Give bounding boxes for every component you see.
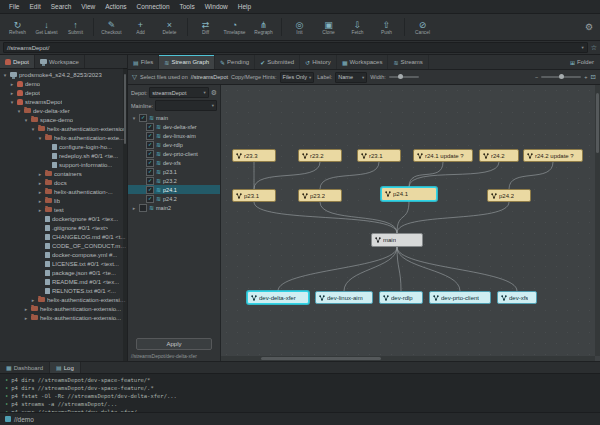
twisty-icon[interactable]: ▾ <box>30 126 36 132</box>
twisty-icon[interactable]: ▾ <box>16 108 22 114</box>
stream-filter-item[interactable]: ✓≋p24.2 <box>128 194 220 203</box>
twisty-icon[interactable]: ▾ <box>131 115 137 121</box>
tab-submitted[interactable]: ✔Submitted <box>255 55 300 69</box>
tree-item[interactable]: dockerignore #0/1 <tex... <box>0 214 127 223</box>
twisty-icon[interactable]: ▾ <box>23 117 29 123</box>
graph-horizontal-scrollbar[interactable] <box>221 356 595 361</box>
tree-item[interactable]: ▸docs <box>0 178 127 187</box>
tree-item[interactable]: ▾helix-authentication-extension <box>0 124 127 133</box>
label-combobox[interactable]: Name ▾ <box>335 72 367 83</box>
twisty-icon[interactable]: ▸ <box>131 205 137 211</box>
twisty-icon[interactable]: ▸ <box>37 207 43 213</box>
menu-connection[interactable]: Connection <box>132 3 175 10</box>
tree-item[interactable]: ▸test <box>0 205 127 214</box>
stream-checkbox[interactable]: ✓ <box>146 177 154 185</box>
twisty-icon[interactable]: ▸ <box>37 198 43 204</box>
push-button[interactable]: ⇧Push <box>372 14 401 40</box>
tree-item[interactable]: CHANGELOG.md #0/1 <t... <box>0 232 127 241</box>
stream-node-r23.2[interactable]: r23.2 <box>298 149 342 162</box>
stream-node-r23.1[interactable]: r23.1 <box>357 149 401 162</box>
clone-button[interactable]: ▣Clone <box>314 14 343 40</box>
twisty-icon[interactable]: ▸ <box>37 171 43 177</box>
stream-graph-canvas[interactable]: r23.3r23.2r23.1r24.1 update ?r24.2r24.2 … <box>221 85 600 361</box>
diff-button[interactable]: ⇄Diff <box>191 14 220 40</box>
tab-files[interactable]: ▤Files <box>128 55 159 69</box>
stream-node-r23.3[interactable]: r23.3 <box>232 149 276 162</box>
scrollbar-thumb[interactable] <box>124 74 126 144</box>
delete-button[interactable]: ×Delete <box>155 14 184 40</box>
tree-item[interactable]: .gitignore #0/1 <text> <box>0 223 127 232</box>
sidebar-tab-workspace[interactable]: Workspace <box>35 55 85 68</box>
fetch-button[interactable]: ⇩Fetch <box>343 14 372 40</box>
stream-node-r24.1[interactable]: r24.1 update ? <box>413 149 473 162</box>
stream-node-dev-rdlp[interactable]: dev-rdlp <box>379 291 423 304</box>
stream-filter-item[interactable]: ▾✓≋main <box>128 113 220 122</box>
tab-pending[interactable]: ✎Pending <box>215 55 255 69</box>
tab-log[interactable]: ▤Log <box>50 362 81 373</box>
twisty-icon[interactable]: ▸ <box>37 180 43 186</box>
twisty-icon[interactable]: ▸ <box>23 315 29 321</box>
timelapse-button[interactable]: ◔Timelapse <box>220 14 249 40</box>
twisty-icon[interactable]: ▸ <box>23 306 29 312</box>
folder-button[interactable]: ⊞ Folder <box>564 55 600 69</box>
menu-tools[interactable]: Tools <box>175 3 200 10</box>
add-button[interactable]: +Add <box>126 14 155 40</box>
stream-node-dev-delta-xfer[interactable]: dev-delta-xfer <box>247 291 309 304</box>
stream-checkbox[interactable]: ✓ <box>146 186 154 194</box>
tree-item[interactable]: ▸demo <box>0 79 127 88</box>
stream-node-dev-prto-client[interactable]: dev-prto-client <box>429 291 491 304</box>
slider-thumb[interactable] <box>398 74 403 79</box>
tree-item[interactable]: support-informatio... <box>0 160 127 169</box>
menu-help[interactable]: Help <box>233 3 256 10</box>
stream-filter-item[interactable]: ✓≋p24.1 <box>128 185 220 194</box>
stream-filter-item[interactable]: ✓≋dev-rdlp <box>128 140 220 149</box>
tree-item[interactable]: LICENSE.txt #0/1 <text... <box>0 259 127 268</box>
menu-edit[interactable]: Edit <box>24 3 45 10</box>
menu-view[interactable]: View <box>76 3 100 10</box>
gear-icon[interactable]: ⚙ <box>211 89 217 97</box>
stream-node-r24.2[interactable]: r24.2 <box>479 149 519 162</box>
tab-workspaces[interactable]: ▦Workspaces <box>337 55 389 69</box>
stream-filter-item[interactable]: ▸≋main2 <box>128 203 220 212</box>
stream-node-r24.2u[interactable]: r24.2 update ? <box>523 149 583 162</box>
tree-item[interactable]: docker-compose.yml #... <box>0 250 127 259</box>
tree-item[interactable]: ▾streamsDepot <box>0 97 127 106</box>
stream-filter-item[interactable]: ✓≋dev-prto-client <box>128 149 220 158</box>
tree-item[interactable]: configure-login-ho... <box>0 142 127 151</box>
tree-item[interactable]: ▾space-demo <box>0 115 127 124</box>
tree-item[interactable]: ▾dev-delta-xfer <box>0 106 127 115</box>
tree-item[interactable]: ▸helix-authentication-extensio... <box>0 304 127 313</box>
cancel-button[interactable]: ⊘Cancel <box>408 14 437 40</box>
tab-streams[interactable]: ≋Streams <box>388 55 428 69</box>
stream-filter-item[interactable]: ✓≋p23.2 <box>128 176 220 185</box>
tab-history[interactable]: ↺History <box>300 55 337 69</box>
stream-node-dev-linux-aim[interactable]: dev-linux-aim <box>315 291 373 304</box>
stream-checkbox[interactable]: ✓ <box>146 141 154 149</box>
slider-thumb[interactable] <box>559 74 564 79</box>
twisty-icon[interactable]: ▸ <box>9 90 15 96</box>
stream-filter-item[interactable]: ✓≋dev-delta-xfer <box>128 122 220 131</box>
twisty-icon[interactable]: ▸ <box>9 81 15 87</box>
stream-filter-item[interactable]: ✓≋p23.1 <box>128 167 220 176</box>
chevron-down-icon[interactable]: ▾ <box>581 45 583 50</box>
scrollbar-thumb[interactable] <box>596 93 599 153</box>
zoom-in-icon[interactable]: + <box>584 74 587 80</box>
tab-stream-graph[interactable]: ≋Stream Graph <box>159 55 215 69</box>
stream-checkbox[interactable]: ✓ <box>146 132 154 140</box>
stream-checkbox[interactable]: ✓ <box>146 150 154 158</box>
checkout-button[interactable]: ✎Checkout <box>97 14 126 40</box>
menu-file[interactable]: File <box>4 3 24 10</box>
regraph-button[interactable]: ⋔Regraph <box>249 14 278 40</box>
stream-checkbox[interactable]: ✓ <box>146 168 154 176</box>
sidebar-scrollbar[interactable] <box>123 68 127 361</box>
tree-item[interactable]: redeploy.sh #0/1 <te... <box>0 151 127 160</box>
twisty-icon[interactable]: ▸ <box>37 189 43 195</box>
tab-dashboard[interactable]: ▦Dashboard <box>0 362 50 373</box>
get-latest-button[interactable]: ↓Get Latest <box>32 14 61 40</box>
stream-checkbox[interactable]: ✓ <box>146 159 154 167</box>
tree-item[interactable]: ▸lib <box>0 196 127 205</box>
submit-button[interactable]: ↑Submit <box>61 14 90 40</box>
stream-node-main[interactable]: main <box>371 233 423 247</box>
stream-node-p23.2[interactable]: p23.2 <box>298 189 342 202</box>
twisty-icon[interactable]: ▾ <box>37 135 43 141</box>
